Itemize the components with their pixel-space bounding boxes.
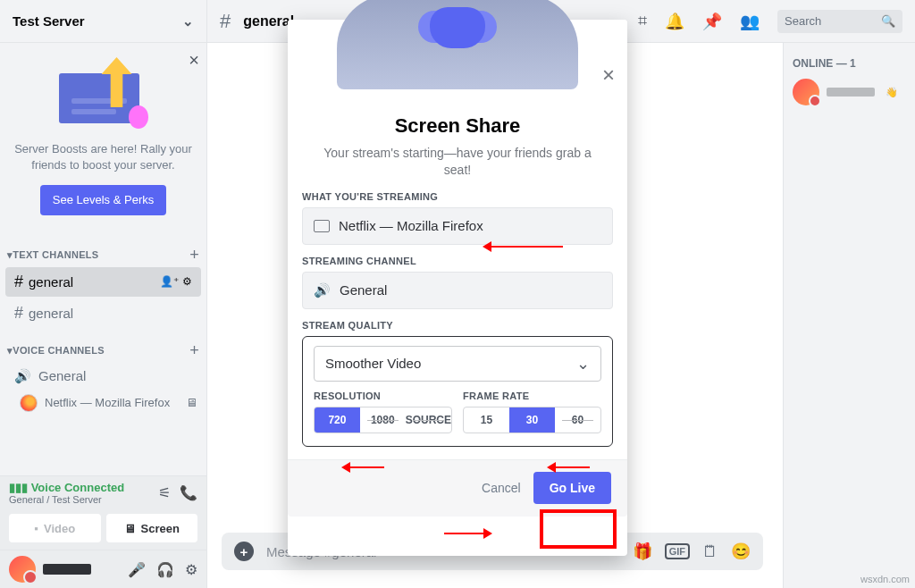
- label-resolution: RESOLUTION: [314, 391, 452, 401]
- res-1080-locked[interactable]: 1080: [360, 407, 406, 433]
- quality-box: Smoother Video ⌄ RESOLUTION 720 1080 SOU…: [302, 336, 613, 447]
- watermark: wsxdn.com: [860, 574, 910, 584]
- close-icon[interactable]: ×: [602, 63, 615, 88]
- label-streaming: WHAT YOU'RE STREAMING: [302, 191, 613, 202]
- go-live-button[interactable]: Go Live: [533, 472, 611, 504]
- label-quality: STREAM QUALITY: [302, 320, 613, 331]
- label-channel: STREAMING CHANNEL: [302, 256, 613, 266]
- fps-15[interactable]: 15: [464, 407, 509, 433]
- cancel-button[interactable]: Cancel: [482, 481, 521, 495]
- modal-overlay: × Screen Share Your stream's starting—ha…: [0, 0, 915, 588]
- window-icon: [314, 220, 330, 232]
- streaming-channel-field[interactable]: 🔊 General: [302, 272, 613, 309]
- modal-illustration: [288, 20, 627, 105]
- speaker-icon: 🔊: [314, 282, 331, 298]
- framerate-segmented: 15 30 60: [463, 407, 601, 433]
- modal-title: Screen Share: [288, 114, 627, 138]
- fps-30[interactable]: 30: [509, 407, 555, 433]
- screen-share-modal: × Screen Share Your stream's starting—ha…: [288, 20, 627, 556]
- res-source-locked[interactable]: SOURCE: [406, 407, 451, 433]
- streaming-source-field[interactable]: Netflix — Mozilla Firefox: [302, 207, 613, 245]
- chevron-down-icon: ⌄: [576, 354, 590, 374]
- fps-60-locked[interactable]: 60: [555, 407, 600, 433]
- modal-subtitle: Your stream's starting—have your friends…: [315, 145, 600, 179]
- quality-preset-dropdown[interactable]: Smoother Video ⌄: [314, 346, 601, 382]
- resolution-segmented: 720 1080 SOURCE: [314, 407, 452, 433]
- modal-footer: Cancel Go Live: [288, 459, 627, 517]
- label-framerate: FRAME RATE: [463, 391, 601, 401]
- annotation-arrow: [444, 528, 492, 539]
- res-720[interactable]: 720: [315, 407, 360, 433]
